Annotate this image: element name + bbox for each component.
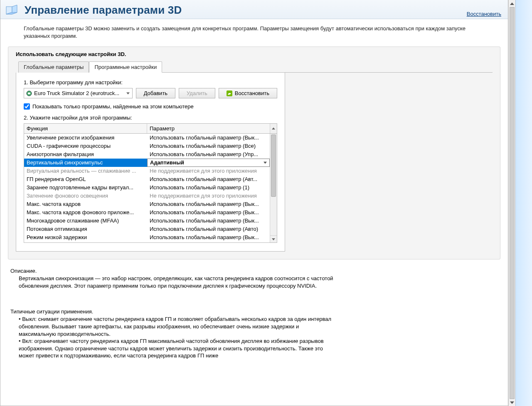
page-header: Управление параметрами 3D Восстановить xyxy=(0,0,508,19)
row-parameter: Использовать глобальный параметр (Вык... xyxy=(147,233,270,242)
page-scroll-up-icon[interactable] xyxy=(509,0,515,7)
usage-heading: Типичные ситуации применения. xyxy=(10,308,498,315)
table-row[interactable]: Увеличение резкости изображенияИспользов… xyxy=(24,134,270,142)
row-parameter: Не поддерживается для этого приложения xyxy=(147,192,270,200)
table-row[interactable]: Макс. частота кадровИспользовать глобаль… xyxy=(24,200,270,208)
scroll-up-button[interactable] xyxy=(270,124,277,133)
page-scrollbar[interactable] xyxy=(508,0,515,406)
page-title: Управление параметрами 3D xyxy=(25,4,182,17)
page-scrollbar-thumb[interactable] xyxy=(510,7,515,399)
row-parameter: Использовать глобальный параметр (Авт... xyxy=(147,175,270,183)
row-function: Макс. частота кадров фонового приложе... xyxy=(24,208,147,217)
row-function: Заранее подготовленные кадры виртуал... xyxy=(24,183,147,192)
intro-text: Глобальные параметры 3D можно заменить и… xyxy=(0,19,508,44)
table-row[interactable]: Виртуальная реальность — сглаживание ...… xyxy=(24,167,270,175)
program-select-value: Euro Truck Simulator 2 (eurotruck... xyxy=(34,90,119,96)
table-row[interactable]: Вертикальный синхроимпульсАдаптивный xyxy=(24,159,270,167)
step2-label: 2. Укажите настройки для этой программы: xyxy=(24,115,277,121)
nvidia-icon xyxy=(227,90,232,96)
row-function: Анизотропная фильтрация xyxy=(24,150,147,159)
table-row[interactable]: Анизотропная фильтрацияИспользовать глоб… xyxy=(24,150,270,159)
table-row[interactable]: Затенение фонового освещенияНе поддержив… xyxy=(24,192,270,200)
svg-rect-4 xyxy=(28,93,30,94)
description-heading: Описание. xyxy=(10,268,498,274)
row-parameter-dropdown[interactable]: Адаптивный xyxy=(147,159,270,167)
usage-body: • Выкл: снимает ограничение частоты ренд… xyxy=(19,316,335,359)
row-parameter: Использовать глобальный параметр (Упр... xyxy=(147,150,270,159)
col-header-function[interactable]: Функция xyxy=(24,124,147,133)
description-block: Описание. Вертикальная синхронизация — э… xyxy=(0,259,508,289)
restore-button[interactable]: Восстановить xyxy=(219,88,277,98)
program-select[interactable]: Euro Truck Simulator 2 (eurotruck... xyxy=(24,88,133,98)
row-parameter: Использовать глобальный параметр (Авто) xyxy=(147,225,270,233)
row-function: Макс. частота кадров xyxy=(24,200,147,208)
restore-defaults-link[interactable]: Восстановить xyxy=(467,11,501,17)
row-parameter: Использовать глобальный параметр (1) xyxy=(147,183,270,192)
row-parameter: Использовать глобальный параметр (Вык... xyxy=(147,217,270,225)
add-button[interactable]: Добавить xyxy=(136,88,175,98)
row-function: Многокадровое сглаживание (MFAA) xyxy=(24,217,147,225)
desktop-edge xyxy=(515,0,532,406)
tab-content: 1. Выберите программу для настройки: Eur… xyxy=(16,73,285,252)
table-row[interactable]: Заранее подготовленные кадры виртуал...И… xyxy=(24,183,270,192)
show-found-only-checkbox[interactable] xyxy=(24,103,30,110)
settings-table-header: Функция Параметр xyxy=(24,124,277,134)
show-found-only-label: Показывать только программы, найденные н… xyxy=(32,103,194,110)
row-function: CUDA - графические процессоры xyxy=(24,142,147,150)
table-row[interactable]: ГП рендеринга OpenGLИспользовать глобаль… xyxy=(24,175,270,183)
restore-button-label: Восстановить xyxy=(235,90,269,96)
row-function: ГП рендеринга OpenGL xyxy=(24,175,147,183)
tab-bar: Глобальные параметры Программные настрой… xyxy=(18,61,493,73)
usage-block: Типичные ситуации применения. • Выкл: сн… xyxy=(0,289,508,359)
scroll-down-button[interactable] xyxy=(270,235,277,242)
header-3d-icon xyxy=(5,4,20,17)
program-icon xyxy=(26,90,32,97)
table-row[interactable]: Макс. частота кадров фонового приложе...… xyxy=(24,208,270,217)
row-parameter: Использовать глобальный параметр (Все) xyxy=(147,142,270,150)
tab-program[interactable]: Программные настройки xyxy=(89,61,162,73)
table-row[interactable]: CUDA - графические процессорыИспользоват… xyxy=(24,142,270,150)
row-parameter: Использовать глобальный параметр (Вык... xyxy=(147,208,270,217)
table-row[interactable]: Режим низкой задержкиИспользовать глобал… xyxy=(24,233,270,242)
table-row[interactable]: Потоковая оптимизацияИспользовать глобал… xyxy=(24,225,270,233)
settings-table: Функция Параметр Увеличение резкости изо… xyxy=(24,123,277,243)
row-parameter: Использовать глобальный параметр (Вык... xyxy=(147,134,270,142)
row-function: Затенение фонового освещения xyxy=(24,192,147,200)
col-header-parameter[interactable]: Параметр xyxy=(147,124,270,133)
row-parameter: Использовать глобальный параметр (Вык... xyxy=(147,200,270,208)
row-function: Вертикальный синхроимпульс xyxy=(24,159,147,167)
scrollbar-thumb[interactable] xyxy=(271,135,276,197)
row-function: Потоковая оптимизация xyxy=(24,225,147,233)
settings-group: Использовать следующие настройки 3D. Гло… xyxy=(8,46,500,259)
step1-label: 1. Выберите программу для настройки: xyxy=(24,79,277,86)
tab-global[interactable]: Глобальные параметры xyxy=(18,61,89,73)
row-function: Режим низкой задержки xyxy=(24,233,147,242)
remove-button: Удалить xyxy=(179,88,215,98)
row-function: Увеличение резкости изображения xyxy=(24,134,147,142)
description-body: Вертикальная синхронизация — это набор н… xyxy=(19,275,335,289)
page-scroll-down-icon[interactable] xyxy=(509,399,515,406)
table-row[interactable]: Многокадровое сглаживание (MFAA)Использо… xyxy=(24,217,270,225)
group-title: Использовать следующие настройки 3D. xyxy=(16,51,493,57)
row-parameter: Не поддерживается для этого приложения xyxy=(147,167,270,175)
table-scrollbar[interactable] xyxy=(270,134,277,242)
row-function: Виртуальная реальность — сглаживание ... xyxy=(24,167,147,175)
